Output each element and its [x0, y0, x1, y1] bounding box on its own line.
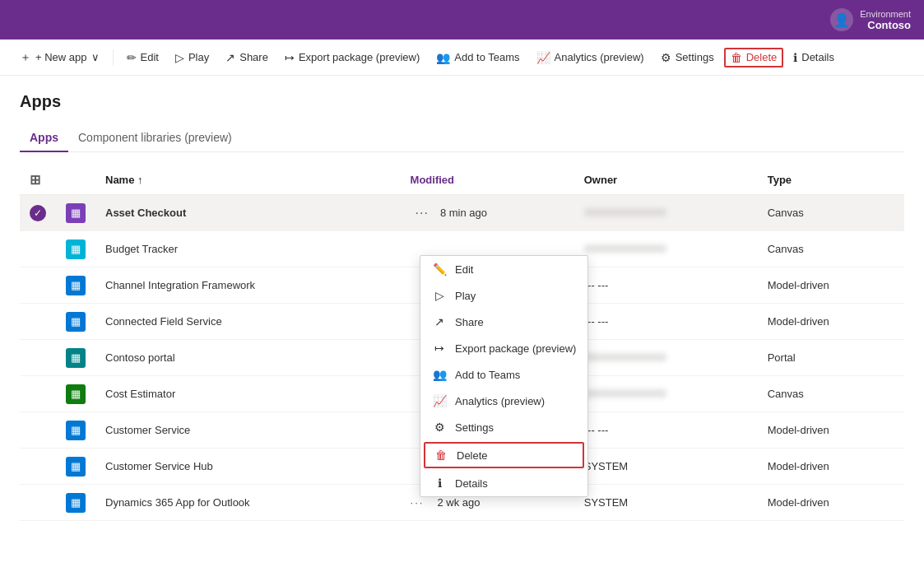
row-app-icon: ▦ — [56, 304, 95, 340]
row-name: Dynamics 365 App for Outlook — [95, 485, 401, 521]
app-icon: ▦ — [66, 203, 86, 223]
row-checkbox[interactable] — [20, 304, 56, 340]
context-menu-item-play[interactable]: ▷ Play — [420, 282, 587, 309]
details-button[interactable]: ℹ Details — [787, 48, 841, 67]
environment-icon: 👤 — [830, 8, 853, 31]
row-name: Cost Estimator — [95, 376, 401, 412]
play-icon: ▷ — [175, 51, 184, 64]
name-column-header[interactable]: Name ↑ — [95, 165, 401, 195]
details-menu-icon: ℹ — [432, 477, 447, 490]
blurred-owner — [584, 244, 666, 253]
row-type: Portal — [758, 340, 904, 376]
app-icon: ▦ — [66, 493, 86, 513]
environment-name: Contoso — [867, 19, 911, 31]
row-owner: SYSTEM — [574, 485, 758, 521]
table-header-row: ⊞ Name ↑ Modified Owner Type — [20, 165, 904, 195]
context-menu: ✏️ Edit ▷ Play ↗ Share ↦ Export package … — [420, 255, 588, 497]
teams-icon: 👥 — [436, 51, 450, 64]
owner-column-header: Owner — [574, 165, 758, 195]
tab-apps[interactable]: Apps — [20, 124, 68, 152]
add-to-teams-button[interactable]: 👥 Add to Teams — [429, 48, 526, 67]
toolbar: ＋ + New app ∨ ✏ Edit ▷ Play ↗ Share ↦ Ex… — [0, 40, 924, 76]
blurred-owner — [584, 389, 666, 398]
tabs-bar: Apps Component libraries (preview) — [20, 124, 904, 152]
row-checkbox[interactable] — [20, 231, 56, 267]
checkbox-column-header: ⊞ — [20, 165, 56, 195]
row-checkbox[interactable] — [20, 376, 56, 412]
icon-column-header — [56, 165, 95, 195]
row-checkbox[interactable]: ✓ — [20, 195, 56, 231]
row-modified: ···8 min ago — [401, 195, 574, 231]
row-name: Contoso portal — [95, 340, 401, 376]
share-icon: ↗ — [225, 51, 235, 64]
context-menu-item-share[interactable]: ↗ Share — [420, 309, 587, 335]
new-app-button[interactable]: ＋ + New app ∨ — [13, 47, 106, 68]
topbar: 👤 Environment Contoso — [0, 0, 924, 40]
app-icon: ▦ — [66, 384, 86, 404]
separator-1 — [113, 49, 114, 66]
row-checkbox[interactable] — [20, 267, 56, 304]
row-checkbox[interactable] — [20, 340, 56, 376]
row-type: Canvas — [758, 231, 904, 267]
row-owner — [574, 231, 758, 267]
share-button[interactable]: ↗ Share — [219, 48, 275, 67]
environment-selector[interactable]: 👤 Environment Contoso — [830, 8, 911, 31]
row-app-icon: ▦ — [56, 231, 95, 267]
environment-label: Environment — [860, 9, 911, 19]
row-context-menu-button[interactable]: ··· — [411, 204, 434, 222]
row-app-icon: ▦ — [56, 412, 95, 449]
tab-component-libraries[interactable]: Component libraries (preview) — [68, 124, 242, 152]
app-icon: ▦ — [66, 312, 86, 332]
app-icon: ▦ — [66, 457, 86, 477]
row-app-icon: ▦ — [56, 267, 95, 304]
table-row: ✓▦Asset Checkout···8 min agoCanvas — [20, 195, 904, 231]
row-type: Canvas — [758, 376, 904, 412]
type-column-header: Type — [758, 165, 904, 195]
analytics-icon: 📈 — [536, 51, 550, 64]
context-menu-item-analytics[interactable]: 📈 Analytics (preview) — [420, 388, 587, 414]
dots-placeholder: ··· — [411, 496, 425, 509]
row-app-icon: ▦ — [56, 485, 95, 521]
edit-button[interactable]: ✏ Edit — [120, 48, 165, 67]
delete-icon: 🗑 — [731, 51, 742, 64]
row-type: Model-driven — [758, 485, 904, 521]
export-icon: ↦ — [285, 51, 295, 64]
context-menu-item-export[interactable]: ↦ Export package (preview) — [420, 335, 587, 361]
settings-icon: ⚙ — [661, 51, 671, 64]
row-owner — [574, 376, 758, 412]
row-checkbox[interactable] — [20, 485, 56, 521]
info-icon: ℹ — [793, 51, 797, 64]
export-button[interactable]: ↦ Export package (preview) — [278, 48, 426, 67]
app-icon: ▦ — [66, 276, 86, 295]
context-menu-item-add-teams[interactable]: 👥 Add to Teams — [420, 361, 587, 388]
context-menu-item-settings[interactable]: ⚙ Settings — [420, 414, 587, 440]
edit-icon: ✏ — [127, 51, 137, 64]
row-type: Model-driven — [758, 304, 904, 340]
row-app-icon: ▦ — [56, 340, 95, 376]
row-type: Model-driven — [758, 412, 904, 449]
play-menu-icon: ▷ — [432, 289, 447, 302]
row-checkbox[interactable] — [20, 412, 56, 449]
row-app-icon: ▦ — [56, 449, 95, 485]
chevron-down-icon: ∨ — [91, 51, 100, 63]
settings-button[interactable]: ⚙ Settings — [654, 48, 721, 67]
context-menu-item-delete[interactable]: 🗑 Delete — [424, 442, 584, 468]
export-menu-icon: ↦ — [432, 342, 447, 355]
context-menu-item-edit[interactable]: ✏️ Edit — [420, 256, 587, 282]
row-name: Budget Tracker — [95, 231, 401, 267]
row-app-icon: ▦ — [56, 195, 95, 231]
row-owner: --- --- — [574, 412, 758, 449]
play-button[interactable]: ▷ Play — [169, 48, 216, 67]
row-owner — [574, 340, 758, 376]
row-checkbox[interactable] — [20, 449, 56, 485]
row-name: Channel Integration Framework — [95, 267, 401, 304]
context-menu-item-details[interactable]: ℹ Details — [420, 470, 587, 496]
edit-menu-icon: ✏️ — [432, 263, 447, 276]
modified-column-header[interactable]: Modified — [401, 165, 574, 195]
blurred-owner — [584, 208, 666, 216]
teams-menu-icon: 👥 — [432, 368, 447, 381]
row-app-icon: ▦ — [56, 376, 95, 412]
delete-button[interactable]: 🗑 Delete — [724, 48, 784, 67]
plus-icon: ＋ — [20, 50, 31, 65]
analytics-button[interactable]: 📈 Analytics (preview) — [530, 48, 651, 67]
